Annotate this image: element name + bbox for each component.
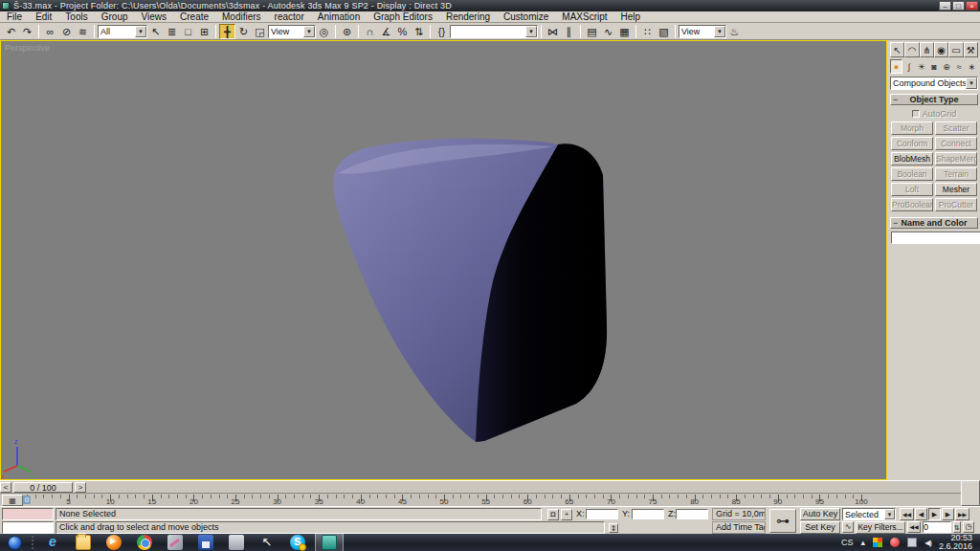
floppy-app-icon[interactable] [198,535,213,550]
menu-item[interactable]: Modifiers [215,11,268,23]
undo-icon[interactable]: ↶ [3,24,19,39]
object-type-button[interactable]: ShapeMerge [935,152,977,165]
menu-item[interactable]: Rendering [439,11,497,23]
antivirus-tray-icon[interactable] [890,538,900,547]
close-button[interactable]: × [966,1,978,11]
select-and-link-icon[interactable]: ∞ [42,24,58,39]
motion-tab-icon[interactable]: ◉ [934,42,948,57]
chevron-down-icon[interactable]: ▼ [714,26,725,37]
volume-tray-icon[interactable]: ◀) [924,539,931,547]
auto-key-button[interactable]: Auto Key [800,508,840,520]
menu-item[interactable]: Create [173,11,215,23]
autogrid-checkbox[interactable] [912,110,920,118]
clock[interactable]: 20:53 2.6.2016 [939,534,972,551]
name-color-rollout-header[interactable]: − Name and Color [890,217,978,229]
z-coordinate-field[interactable] [676,509,708,519]
go-to-end-icon[interactable]: ▶▶ [955,508,969,520]
previous-frame-arrow-icon[interactable]: < [0,482,11,493]
object-name-field[interactable] [891,231,980,244]
select-by-name-icon[interactable]: ≣ [164,24,180,39]
maxscript-listener-pink[interactable] [2,508,54,520]
viewport-label[interactable]: Perspective [5,43,50,53]
key-mode-toggle-icon[interactable]: ◀◀ [907,521,921,533]
use-pivot-center-icon[interactable]: ◎ [316,24,332,39]
menu-item[interactable]: Customize [497,11,555,23]
menu-item[interactable]: Edit [29,11,58,23]
track-bar[interactable]: ▦ 05101520253035404550556065707580859095… [0,493,961,506]
object-type-button[interactable]: BlobMesh [891,152,933,165]
align-icon[interactable]: ∥ [561,24,577,39]
menu-item[interactable]: Group [95,11,135,23]
helpers-category-icon[interactable]: ⊕ [941,59,953,74]
language-indicator[interactable]: CS [841,538,854,547]
media-player-icon[interactable] [106,535,122,550]
chevron-down-icon[interactable]: ▼ [303,26,315,37]
title-bar[interactable]: Š-33.max - Project Folder: C:\Users\Olda… [0,0,980,11]
bind-to-spacewarp-icon[interactable]: ≋ [75,24,91,39]
spinner-snap-icon[interactable]: ⇅ [411,24,427,39]
spacewarps-category-icon[interactable]: ≈ [953,59,966,74]
splitter-icon[interactable]: ⇕ [609,523,618,533]
object-type-button[interactable]: Mesher [935,183,977,196]
selection-lock-icon[interactable]: ◘ [547,509,559,520]
mirror-icon[interactable]: ⋈ [545,24,561,39]
geometry-category-icon[interactable]: ● [890,59,902,74]
go-to-start-icon[interactable]: ◀◀ [900,508,914,520]
set-keys-key-icon[interactable]: ⊶ [769,509,796,533]
window-crossing-icon[interactable]: ⊞ [196,24,212,39]
rectangular-selection-region-icon[interactable]: □ [180,24,196,39]
percent-snap-icon[interactable]: % [394,24,411,39]
selection-filter-dropdown[interactable]: All ▼ [98,25,147,38]
select-and-manipulate-icon[interactable]: ⊛ [339,24,355,39]
utilities-tab-icon[interactable]: ⚒ [964,42,978,57]
cameras-category-icon[interactable]: ◙ [927,59,940,74]
schematic-view-icon[interactable]: ▦ [616,24,633,39]
time-slider-handle[interactable]: 0 / 100 [13,482,73,493]
named-selection-sets-icon[interactable]: {} [434,24,450,39]
menu-item[interactable]: Tools [58,11,94,23]
trackbar-ruler[interactable]: 0510152025303540455055606570758085909510… [27,494,869,507]
selection-set-dropdown[interactable]: Selected ▼ [842,508,896,520]
create-tab-icon[interactable]: ↖ [890,42,904,57]
named-selection-dropdown[interactable]: ▼ [450,25,538,38]
chevron-down-icon[interactable]: ▼ [135,26,146,37]
frame-spinner[interactable]: ⇅ [953,521,961,533]
cursor-app-icon[interactable]: ↖ [259,535,275,550]
next-frame-icon[interactable]: ▶ [942,508,954,520]
curve-editor-icon[interactable]: ∿ [600,24,616,39]
angle-snap-icon[interactable]: ∡ [378,24,394,39]
object-type-button[interactable]: Loft [891,183,933,196]
menu-item[interactable]: reactor [268,11,311,23]
time-configuration-icon[interactable]: ◷ [963,521,974,533]
current-frame-field[interactable] [923,521,951,533]
display-tab-icon[interactable]: ▭ [948,42,963,57]
key-filters-button[interactable]: Key Filters... [856,521,905,534]
object-type-button[interactable]: ProCutter [935,198,977,211]
select-and-scale-icon[interactable]: ◲ [252,24,268,39]
chevron-down-icon[interactable]: ▼ [966,77,977,89]
collapse-icon[interactable]: − [893,95,898,105]
windows-update-tray-icon[interactable] [873,538,882,547]
gray-app-icon[interactable] [229,535,244,550]
menu-item[interactable]: Help [614,11,648,23]
object-type-rollout-header[interactable]: − Object Type [890,94,978,105]
select-and-move-icon[interactable]: ╋ [219,24,235,39]
maxscript-listener-white[interactable] [2,521,54,534]
mini-curve-editor-icon[interactable]: ▦ [2,495,23,506]
skype-icon[interactable]: S [290,535,305,550]
quick-render-icon[interactable]: ♨ [726,24,743,39]
y-coordinate-field[interactable] [632,509,664,519]
menu-item[interactable]: Graph Editors [367,11,439,23]
object-type-button[interactable]: Conform [891,137,933,150]
redo-icon[interactable]: ↷ [19,24,35,39]
shapes-category-icon[interactable]: ∫ [902,59,915,74]
chevron-down-icon[interactable]: ▼ [884,509,895,519]
collapse-icon[interactable]: − [893,218,898,229]
absolute-offset-icon[interactable]: + [561,509,572,520]
reference-coordinate-dropdown[interactable]: View ▼ [268,25,316,38]
maximize-button[interactable]: □ [952,1,965,11]
key-tangent-icon[interactable]: ∿ [842,521,854,533]
object-type-button[interactable]: Scatter [935,121,977,135]
previous-frame-icon[interactable]: ◀ [915,508,927,520]
object-type-button[interactable]: Morph [891,121,933,135]
